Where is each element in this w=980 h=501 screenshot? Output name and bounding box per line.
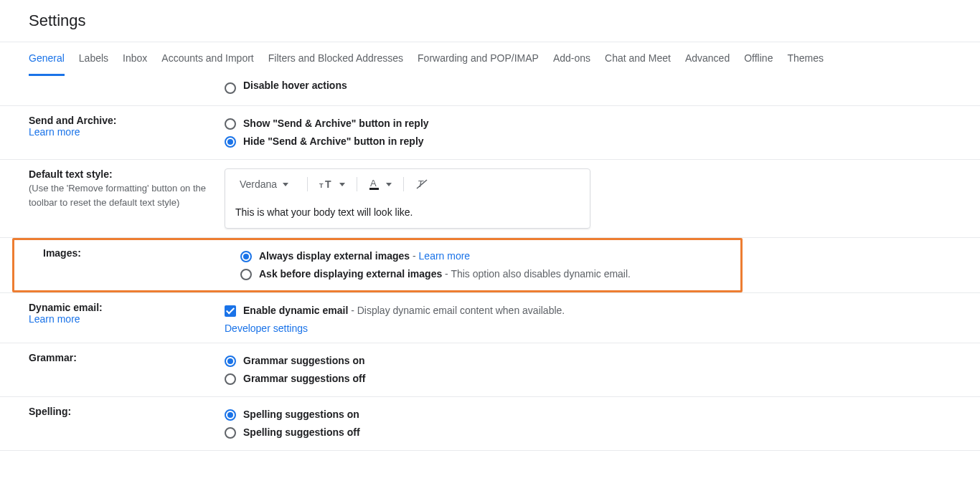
chevron-down-icon [283, 183, 288, 186]
label-send-archive: Send and Archive: [29, 115, 217, 126]
label-grammar: Grammar: [29, 352, 217, 363]
link-images-learn-more[interactable]: Learn more [419, 250, 471, 262]
label-enable-dynamic-email: Enable dynamic email [243, 305, 348, 316]
label-default-text-style-sub: (Use the 'Remove formatting' button on t… [29, 181, 217, 209]
label-hide-send-archive: Hide "Send & Archive" button in reply [243, 134, 424, 149]
font-size-picker[interactable]: T T [315, 176, 349, 193]
separator [403, 177, 404, 191]
remove-formatting-button[interactable]: T [411, 175, 433, 194]
radio-spelling-on[interactable] [225, 409, 236, 421]
tab-general[interactable]: General [29, 42, 65, 76]
label-ask-before-images: Ask before displaying external images [259, 268, 442, 280]
tab-accounts-import[interactable]: Accounts and Import [161, 42, 253, 76]
label-default-text-style: Default text style: [29, 168, 217, 180]
tab-addons[interactable]: Add-ons [553, 42, 590, 76]
svg-rect-3 [369, 188, 379, 190]
svg-text:A: A [370, 178, 377, 189]
remove-formatting-icon: T [415, 178, 428, 191]
radio-show-send-archive[interactable] [225, 118, 236, 130]
radio-ask-before-images[interactable] [240, 269, 252, 280]
radio-grammar-on[interactable] [225, 356, 236, 367]
radio-disable-hover[interactable] [225, 82, 236, 94]
label-disable-hover: Disable hover actions [243, 78, 347, 93]
text-style-toolbar: Verdana T T [225, 168, 590, 229]
link-developer-settings[interactable]: Developer settings [225, 323, 308, 334]
separator-dash: - [413, 250, 419, 262]
link-send-archive-learn-more[interactable]: Learn more [29, 126, 80, 138]
tab-filters-blocked[interactable]: Filters and Blocked Addresses [268, 42, 403, 76]
section-hover-actions: Disable hover actions [0, 76, 980, 106]
page-title: Settings [0, 0, 980, 42]
font-picker[interactable]: Verdana [235, 176, 300, 193]
separator [357, 177, 357, 191]
link-dynamic-email-learn-more[interactable]: Learn more [29, 313, 80, 325]
label-show-send-archive: Show "Send & Archive" button in reply [243, 116, 429, 131]
svg-text:T: T [319, 182, 324, 189]
tab-themes[interactable]: Themes [787, 42, 824, 76]
separator [307, 177, 308, 191]
tab-inbox[interactable]: Inbox [123, 42, 147, 76]
label-spelling-on: Spelling suggestions on [243, 407, 359, 422]
section-grammar: Grammar: Grammar suggestions on Grammar … [0, 343, 980, 397]
section-send-archive: Send and Archive: Learn more Show "Send … [0, 106, 980, 160]
tab-chat-meet[interactable]: Chat and Meet [605, 42, 671, 76]
tab-offline[interactable]: Offline [744, 42, 773, 76]
text-color-picker[interactable]: A [364, 175, 396, 194]
tab-labels[interactable]: Labels [79, 42, 108, 76]
settings-content: Disable hover actions Send and Archive: … [0, 76, 980, 451]
label-grammar-on: Grammar suggestions on [243, 353, 365, 368]
text-size-icon: T T [319, 178, 334, 190]
label-grammar-off: Grammar suggestions off [243, 371, 365, 386]
section-default-text-style: Default text style: (Use the 'Remove for… [0, 160, 980, 238]
checkbox-enable-dynamic-email[interactable] [225, 305, 236, 317]
radio-grammar-off[interactable] [225, 373, 236, 385]
section-spelling: Spelling: Spelling suggestions on Spelli… [0, 397, 980, 451]
label-images: Images: [43, 247, 233, 259]
chevron-down-icon [386, 183, 392, 186]
chevron-down-icon [339, 183, 345, 186]
tabs-bar: General Labels Inbox Accounts and Import… [0, 42, 980, 76]
radio-spelling-off[interactable] [225, 427, 236, 439]
tab-forwarding-pop-imap[interactable]: Forwarding and POP/IMAP [418, 42, 539, 76]
label-spelling-off: Spelling suggestions off [243, 425, 360, 440]
radio-always-display-images[interactable] [240, 251, 252, 262]
section-dynamic-email: Dynamic email: Learn more Enable dynamic… [0, 293, 980, 343]
label-dynamic-email: Dynamic email: [29, 302, 217, 313]
text-color-icon: A [369, 178, 380, 191]
svg-text:T: T [325, 178, 331, 190]
tab-advanced[interactable]: Advanced [685, 42, 730, 76]
section-images-highlighted: Images: Always display external images -… [12, 238, 743, 292]
label-ask-extra: - This option also disables dynamic emai… [445, 268, 631, 280]
radio-hide-send-archive[interactable] [225, 136, 236, 148]
label-always-display-images: Always display external images [259, 250, 410, 262]
text-style-preview: This is what your body text will look li… [225, 199, 590, 228]
label-spelling: Spelling: [29, 406, 217, 417]
label-enable-dynamic-extra: - Display dynamic email content when ava… [351, 305, 565, 316]
font-name: Verdana [240, 178, 277, 190]
